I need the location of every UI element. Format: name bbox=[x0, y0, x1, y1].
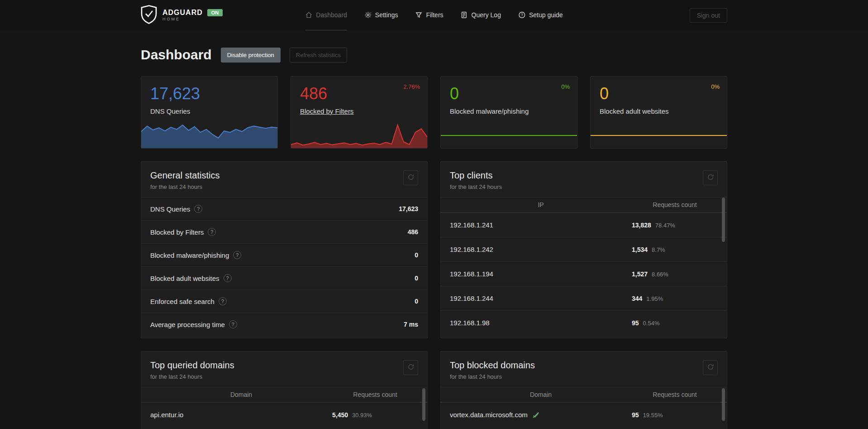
dns-queries-label: DNS Queries bbox=[150, 107, 277, 115]
scrollbar-thumb[interactable] bbox=[722, 388, 725, 421]
general-stat-row: Blocked adult websites? 0 bbox=[141, 266, 427, 289]
nav-item-query-log[interactable]: Query Log bbox=[461, 0, 501, 30]
general-statistics-subtitle: for the last 24 hours bbox=[150, 183, 219, 190]
help-icon[interactable]: ? bbox=[229, 320, 237, 328]
queried-domain[interactable]: api.entur.io bbox=[150, 411, 332, 419]
scrollbar-thumb[interactable] bbox=[722, 198, 725, 242]
filter-funnel-icon bbox=[415, 11, 422, 19]
protection-status-badge: ON bbox=[207, 9, 223, 16]
column-header-domain: Domain bbox=[150, 391, 332, 398]
general-statistics-panel: General statistics for the last 24 hours… bbox=[141, 161, 428, 338]
nav-item-filters[interactable]: Filters bbox=[415, 0, 443, 30]
top-blocked-domains-table-header: Domain Requests count bbox=[441, 387, 727, 402]
general-stat-row: Blocked by Filters? 486 bbox=[141, 220, 427, 243]
client-ip[interactable]: 192.168.1.241 bbox=[450, 221, 632, 229]
client-row: 192.168.1.242 1,5348.7% bbox=[441, 237, 727, 261]
brand-name: ADGUARD bbox=[162, 9, 203, 17]
blocked-adult-sparkline bbox=[591, 123, 727, 148]
refresh-icon bbox=[407, 363, 415, 372]
column-header-ip: IP bbox=[450, 201, 632, 208]
top-blocked-domains-panel: Top blocked domains for the last 24 hour… bbox=[440, 351, 727, 429]
home-icon bbox=[305, 11, 312, 19]
sign-out-button[interactable]: Sign out bbox=[690, 8, 727, 23]
general-stat-row: Blocked malware/phishing? 0 bbox=[141, 243, 427, 266]
stat-cards-row: 17,623 DNS Queries 2.76% 486 Blocked by … bbox=[141, 76, 727, 149]
top-queried-domains-panel: Top queried domains for the last 24 hour… bbox=[141, 351, 428, 429]
column-header-domain: Domain bbox=[450, 391, 632, 398]
help-icon[interactable]: ? bbox=[224, 274, 232, 282]
blocked-adult-label: Blocked adult websites bbox=[600, 107, 727, 115]
refresh-statistics-button[interactable]: Refresh statistics bbox=[290, 48, 347, 63]
main-nav: Dashboard Settings Filters Query Log bbox=[305, 0, 563, 30]
client-ip[interactable]: 192.168.1.244 bbox=[450, 294, 632, 302]
domain-row: api.entur.io 5,45030.93% bbox=[141, 402, 427, 427]
top-clients-panel: Top clients for the last 24 hours IP Req… bbox=[440, 161, 727, 338]
client-row: 192.168.1.244 3441.95% bbox=[441, 286, 727, 310]
svg-text:?: ? bbox=[521, 13, 523, 17]
allowlist-check-slash-icon[interactable] bbox=[532, 411, 540, 419]
top-clients-refresh-button[interactable] bbox=[703, 170, 718, 185]
general-statistics-title: General statistics bbox=[150, 170, 219, 181]
document-log-icon bbox=[461, 11, 468, 19]
top-queried-domains-table-header: Domain Requests count bbox=[141, 387, 427, 402]
client-row: 192.168.1.98 950.54% bbox=[441, 310, 727, 335]
top-clients-table-header: IP Requests count bbox=[441, 197, 727, 212]
help-circle-icon: ? bbox=[518, 11, 525, 19]
page-title: Dashboard bbox=[141, 47, 212, 63]
blocked-filters-link[interactable]: Blocked by Filters bbox=[300, 107, 353, 115]
general-statistics-refresh-button[interactable] bbox=[403, 170, 418, 185]
refresh-icon bbox=[707, 174, 714, 182]
domain-row: vortex.data.microsoft.com 9519.55% bbox=[441, 402, 727, 427]
blocked-malware-value: 0 bbox=[450, 86, 577, 102]
blocked-filters-sparkline bbox=[291, 123, 427, 148]
nav-item-setup-guide[interactable]: ? Setup guide bbox=[518, 0, 563, 30]
top-queried-domains-title: Top queried domains bbox=[150, 360, 234, 371]
client-ip[interactable]: 192.168.1.98 bbox=[450, 319, 632, 327]
blocked-domain[interactable]: vortex.data.microsoft.com bbox=[450, 411, 528, 419]
blocked-filters-percent: 2.76% bbox=[403, 83, 420, 90]
help-icon[interactable]: ? bbox=[219, 297, 227, 305]
nav-item-settings[interactable]: Settings bbox=[364, 0, 398, 30]
top-queried-domains-subtitle: for the last 24 hours bbox=[150, 373, 234, 380]
blocked-adult-percent: 0% bbox=[711, 83, 720, 90]
brand: ADGUARD ON HOME bbox=[141, 5, 223, 25]
blocked-malware-percent: 0% bbox=[561, 83, 570, 90]
adguard-shield-logo-icon bbox=[141, 5, 157, 25]
general-stat-row: Enforced safe search? 0 bbox=[141, 289, 427, 313]
column-header-requests-count: Requests count bbox=[632, 391, 718, 398]
refresh-icon bbox=[707, 363, 714, 372]
help-icon[interactable]: ? bbox=[233, 251, 241, 259]
general-stat-row: DNS Queries? 17,623 bbox=[141, 197, 427, 220]
stat-card-dns-queries: 17,623 DNS Queries bbox=[141, 76, 278, 149]
dns-queries-value: 17,623 bbox=[150, 86, 277, 102]
blocked-malware-label: Blocked malware/phishing bbox=[450, 107, 577, 115]
stat-card-blocked-filters: 2.76% 486 Blocked by Filters bbox=[291, 76, 428, 149]
stat-card-blocked-adult: 0% 0 Blocked adult websites bbox=[590, 76, 727, 149]
client-row: 192.168.1.241 13,82878.47% bbox=[441, 212, 727, 237]
help-icon[interactable]: ? bbox=[208, 228, 216, 236]
top-clients-title: Top clients bbox=[450, 170, 502, 181]
blocked-adult-value: 0 bbox=[600, 86, 727, 102]
gear-icon bbox=[364, 11, 372, 19]
top-queried-domains-refresh-button[interactable] bbox=[403, 360, 418, 375]
brand-sub: HOME bbox=[162, 17, 223, 22]
top-blocked-domains-refresh-button[interactable] bbox=[703, 360, 718, 375]
client-row: 192.168.1.194 1,5278.66% bbox=[441, 261, 727, 286]
client-ip[interactable]: 192.168.1.242 bbox=[450, 246, 632, 253]
nav-item-dashboard[interactable]: Dashboard bbox=[305, 0, 347, 30]
top-navbar: ADGUARD ON HOME Dashboard Settings bbox=[0, 0, 868, 30]
client-ip[interactable]: 192.168.1.194 bbox=[450, 270, 632, 278]
top-blocked-domains-title: Top blocked domains bbox=[450, 360, 535, 371]
column-header-requests-count: Requests count bbox=[332, 391, 418, 398]
top-blocked-domains-subtitle: for the last 24 hours bbox=[450, 373, 535, 380]
disable-protection-button[interactable]: Disable protection bbox=[221, 48, 281, 63]
top-clients-subtitle: for the last 24 hours bbox=[450, 183, 502, 190]
general-stat-row: Average processing time? 7 ms bbox=[141, 313, 427, 336]
column-header-requests-count: Requests count bbox=[632, 201, 718, 208]
dns-queries-sparkline bbox=[141, 123, 277, 148]
stat-card-blocked-malware: 0% 0 Blocked malware/phishing bbox=[440, 76, 577, 149]
refresh-icon bbox=[407, 174, 415, 182]
help-icon[interactable]: ? bbox=[194, 205, 202, 213]
scrollbar-thumb[interactable] bbox=[422, 388, 425, 421]
blocked-malware-sparkline bbox=[441, 123, 577, 148]
